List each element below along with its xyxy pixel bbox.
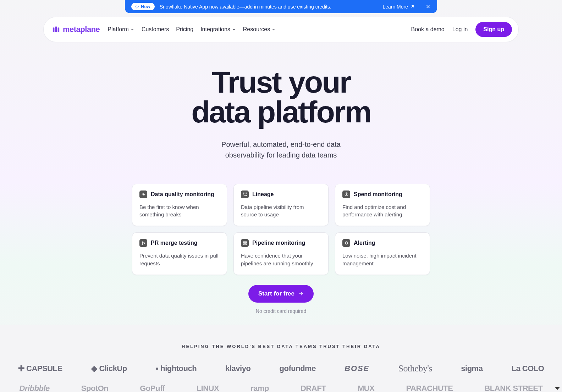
svg-rect-0 <box>53 28 55 32</box>
activity-icon <box>139 191 147 198</box>
svg-point-4 <box>246 195 246 196</box>
card-title: PR merge testing <box>151 240 198 246</box>
logo-bose: BOSE <box>345 364 369 373</box>
svg-point-3 <box>243 193 244 193</box>
logos-row-2: Dribbble SpotOn GoPuff LINUX ramp DRAFT … <box>0 374 562 392</box>
logo-linux: LINUX <box>197 384 219 392</box>
hero-section: Trust your data platform Powerful, autom… <box>0 42 562 171</box>
nav-right: Book a demo Log in Sign up <box>411 22 512 37</box>
card-desc: Data pipeline visibility from source to … <box>241 203 321 219</box>
logo-spoton: SpotOn <box>81 384 108 392</box>
logo-dribbble: Dribbble <box>20 384 50 392</box>
lineage-icon <box>241 191 249 198</box>
nav-links: Platform Customers Pricing Integrations … <box>108 26 276 33</box>
card-desc: Find and optimize cost and performance w… <box>342 203 423 219</box>
bell-icon <box>342 239 350 247</box>
new-badge-label: New <box>141 4 150 9</box>
svg-rect-1 <box>55 27 57 32</box>
logo-parachute: PARACHUTE <box>406 384 453 392</box>
spend-icon <box>342 191 350 198</box>
logo-ramp: ramp <box>250 384 269 392</box>
card-desc: Have confidence that your pipelines are … <box>241 252 321 267</box>
brand-logo[interactable]: metaplane <box>52 25 100 34</box>
svg-point-5 <box>246 193 246 193</box>
card-spend-monitoring[interactable]: Spend monitoring Find and optimize cost … <box>335 184 430 226</box>
svg-rect-10 <box>243 242 247 243</box>
close-icon <box>425 4 431 9</box>
logos-heading: HELPING THE WORLD'S BEST DATA TEAMS TRUS… <box>0 344 562 349</box>
logo-gopuff: GoPuff <box>140 384 165 392</box>
sparkle-icon <box>135 5 139 9</box>
card-desc: Prevent data quality issues in pull requ… <box>139 252 220 267</box>
nav-item-customers[interactable]: Customers <box>142 26 169 33</box>
close-announcement-button[interactable] <box>425 4 431 9</box>
nav-item-pricing[interactable]: Pricing <box>176 26 193 33</box>
merge-icon <box>139 239 147 247</box>
login-link[interactable]: Log in <box>452 26 468 33</box>
card-lineage[interactable]: Lineage Data pipeline visibility from so… <box>233 184 329 226</box>
logo-sigma: sigma <box>461 364 483 373</box>
hero-subtitle: Powerful, automated, end-to-end data obs… <box>7 139 555 160</box>
svg-rect-11 <box>243 244 247 245</box>
learn-more-link[interactable]: Learn More <box>382 4 415 10</box>
book-demo-link[interactable]: Book a demo <box>411 26 444 33</box>
arrow-up-right-icon <box>410 4 415 9</box>
card-pipeline-monitoring[interactable]: Pipeline monitoring Have confidence that… <box>233 232 329 275</box>
arrow-right-icon <box>298 291 304 297</box>
nav-item-resources[interactable]: Resources <box>243 26 276 33</box>
hero-title: Trust your data platform <box>7 67 555 127</box>
logo-hightouch: ▪ hightouch <box>156 364 197 373</box>
new-badge: New <box>131 3 155 10</box>
feature-cards-grid: Data quality monitoring Be the first to … <box>125 184 437 275</box>
cta-subtext: No credit card required <box>0 308 562 314</box>
main-nav: metaplane Platform Customers Pricing Int… <box>43 17 519 42</box>
card-desc: Be the first to know when something brea… <box>139 203 220 219</box>
signup-button[interactable]: Sign up <box>475 22 512 37</box>
card-title: Spend monitoring <box>354 191 402 198</box>
logos-section: HELPING THE WORLD'S BEST DATA TEAMS TRUS… <box>0 325 562 392</box>
cta-section: Start for free No credit card required <box>0 285 562 325</box>
learn-more-label: Learn More <box>382 4 408 10</box>
logo-blankstreet: BLANK STREET <box>484 384 542 392</box>
card-title: Alerting <box>354 240 375 246</box>
chevron-down-icon <box>271 27 276 32</box>
chevron-down-icon <box>232 27 236 32</box>
logo-gofundme: gofundme <box>280 364 316 373</box>
card-title: Lineage <box>252 191 274 198</box>
metaplane-logo-icon <box>52 26 60 33</box>
logo-sothebys: Sotheby's <box>398 363 432 374</box>
logo-lacolo: La COLO <box>512 364 544 373</box>
announcement-bar: New Snowflake Native App now available—a… <box>125 0 437 13</box>
logo-mux: MUX <box>358 384 374 392</box>
card-alerting[interactable]: Alerting Low noise, high impact incident… <box>335 232 430 275</box>
logo-draft: DRAFT <box>301 384 326 392</box>
cta-button-label: Start for free <box>258 290 294 297</box>
card-desc: Low noise, high impact incident manageme… <box>342 252 423 267</box>
card-data-quality-monitoring[interactable]: Data quality monitoring Be the first to … <box>132 184 227 226</box>
chevron-down-icon <box>130 27 134 32</box>
logo-clickup: ◆ ClickUp <box>91 364 127 373</box>
card-pr-merge-testing[interactable]: PR merge testing Prevent data quality is… <box>132 232 227 275</box>
chevron-down-icon[interactable] <box>555 387 560 390</box>
logo-klaviyo: klaviyo <box>225 364 250 373</box>
pipeline-icon <box>241 239 249 247</box>
logos-row-1: ✚ CAPSULE ◆ ClickUp ▪ hightouch klaviyo … <box>0 349 562 374</box>
logo-capsule: ✚ CAPSULE <box>18 364 62 373</box>
nav-item-integrations[interactable]: Integrations <box>200 26 236 33</box>
svg-point-7 <box>142 242 143 242</box>
start-free-button[interactable]: Start for free <box>248 285 314 303</box>
nav-item-platform[interactable]: Platform <box>108 26 134 33</box>
brand-name: metaplane <box>63 25 100 34</box>
svg-rect-2 <box>58 28 60 32</box>
announcement-text: Snowflake Native App now available—add i… <box>160 4 331 10</box>
card-title: Data quality monitoring <box>151 191 214 198</box>
svg-point-8 <box>142 244 143 244</box>
card-title: Pipeline monitoring <box>252 240 305 246</box>
